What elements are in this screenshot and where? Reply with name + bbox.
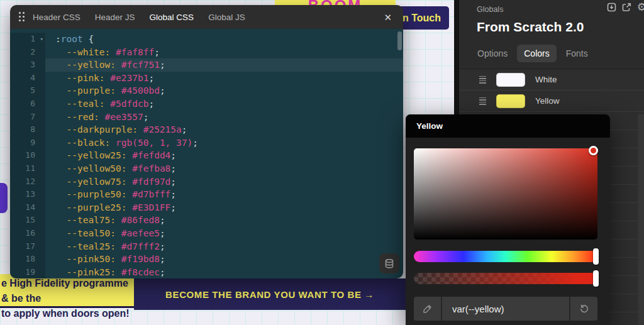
external-link-icon[interactable] [622, 3, 631, 12]
code-line-7[interactable]: 7 --red: #ee3557; [10, 111, 403, 124]
saturation-area[interactable] [414, 148, 597, 240]
code-line-15[interactable]: 15 --teal75: #86fed8; [10, 214, 403, 227]
saturation-handle[interactable] [589, 146, 598, 155]
yellow-card: e High Fidelity programme & be the to ap… [0, 274, 134, 308]
code-line-14[interactable]: 14 --purple25: #E3D1FF; [10, 201, 403, 214]
code-text: --teal50: #aefee5; [45, 227, 403, 240]
editor-scrollbar[interactable] [397, 31, 402, 50]
code-text: --pink25: #f8cdec; [45, 266, 403, 278]
code-text: --teal25: #d7fff2; [45, 240, 403, 253]
app-window: BOOM n Touch e High Fidelity programme &… [0, 0, 644, 325]
fold-caret-icon[interactable]: ▾ [40, 33, 43, 46]
line-number: 7 [10, 111, 45, 124]
color-value-input[interactable] [442, 297, 570, 321]
drag-handle-icon[interactable] [19, 12, 25, 22]
logo-fragment: BOOM [275, 0, 396, 5]
logo-text: BOOM [308, 0, 363, 5]
code-line-11[interactable]: 11 --yellow50: #fefba8; [10, 162, 403, 175]
color-row-white[interactable]: White [459, 69, 644, 91]
alpha-slider[interactable] [414, 273, 597, 284]
line-number: 2 [10, 46, 45, 59]
line-number: 5 [10, 84, 45, 97]
code-text: --teal75: #86fed8; [45, 214, 403, 227]
hue-handle[interactable] [593, 248, 599, 265]
color-picker-popup: Yellow [406, 114, 610, 325]
page-title: From Scratch 2.0 [477, 19, 644, 35]
line-number: 8 [10, 123, 45, 136]
row-drag-handle-icon[interactable] [479, 76, 486, 84]
color-input-row [414, 297, 597, 321]
code-line-18[interactable]: 18 --pink50: #f19bd8; [10, 253, 403, 266]
database-button[interactable] [379, 253, 399, 273]
code-text: --purple: #4500bd; [45, 84, 403, 97]
code-line-5[interactable]: 5 --purple: #4500bd; [10, 84, 403, 97]
code-text: --white: #faf8ff; [45, 46, 403, 59]
tab-fonts[interactable]: Fonts [559, 45, 595, 62]
editor-tab-header-css[interactable]: Header CSS [33, 13, 80, 22]
line-number: 6 [10, 97, 45, 111]
code-line-9[interactable]: 9 --black: rgb(50, 1, 37); [10, 136, 403, 150]
alpha-handle[interactable] [593, 270, 599, 287]
code-text: --purple25: #E3D1FF; [45, 201, 403, 214]
code-line-12[interactable]: 12 --yellow75: #fdf97d; [10, 175, 403, 189]
code-text: --yellow25: #fefdd4; [45, 149, 403, 162]
color-name: Yellow [535, 96, 560, 106]
tab-options[interactable]: Options [470, 45, 514, 62]
code-line-3[interactable]: 3 --yellow: #fcf751; [10, 58, 403, 72]
code-text: --darkpurple: #25215a; [45, 123, 403, 136]
code-text: --pink: #e237b1; [45, 72, 403, 85]
database-icon [385, 259, 394, 268]
eyedropper-button[interactable] [414, 297, 442, 321]
line-number: 17 [10, 240, 45, 253]
code-line-1[interactable]: 1▾:root { [10, 33, 403, 46]
line-number: 14 [10, 201, 45, 214]
line-number: 12 [10, 175, 45, 189]
code-editor-header: Header CSSHeader JSGlobal CSSGlobal JS ✕ [10, 5, 403, 29]
line-number: 18 [10, 253, 45, 266]
gear-icon[interactable]: ⚙ [637, 2, 644, 13]
code-area[interactable]: 1▾:root {2 --white: #faf8ff;3 --yellow: … [10, 29, 403, 278]
tab-colors[interactable]: Colors [517, 45, 556, 62]
code-line-16[interactable]: 16 --teal50: #aefee5; [10, 227, 403, 240]
code-line-2[interactable]: 2 --white: #faf8ff; [10, 46, 403, 59]
hue-slider[interactable] [414, 251, 597, 262]
code-line-19[interactable]: 19 --pink25: #f8cdec; [10, 266, 403, 278]
close-icon[interactable]: ✕ [381, 10, 394, 25]
code-text: --teal: #5dfdcb; [45, 97, 403, 111]
editor-tabs: Header CSSHeader JSGlobal CSSGlobal JS [33, 13, 245, 22]
panel-toolbar: ⚙ [607, 2, 640, 13]
code-line-6[interactable]: 6 --teal: #5dfdcb; [10, 97, 403, 111]
reset-icon [579, 304, 589, 314]
row-drag-handle-icon[interactable] [479, 97, 486, 105]
line-number: 13 [10, 188, 45, 201]
yellow-card-line-1: e High Fidelity programme & be the [1, 276, 134, 306]
color-row-yellow[interactable]: Yellow [459, 91, 644, 112]
code-text: --purple50: #d7bfff; [45, 188, 403, 201]
color-swatch[interactable] [496, 94, 525, 108]
code-line-10[interactable]: 10 --yellow25: #fefdd4; [10, 149, 403, 162]
eyedropper-icon [423, 304, 433, 314]
code-text: --yellow50: #fefba8; [45, 162, 403, 175]
reset-button[interactable] [570, 297, 597, 321]
editor-tab-global-js[interactable]: Global JS [208, 13, 245, 22]
code-line-4[interactable]: 4 --pink: #e237b1; [10, 72, 403, 85]
line-number: 11 [10, 162, 45, 175]
color-swatch[interactable] [496, 73, 525, 87]
save-icon[interactable] [607, 3, 616, 12]
code-line-13[interactable]: 13 --purple50: #d7bfff; [10, 188, 403, 201]
panel-scrollbar[interactable] [638, 114, 644, 325]
line-number: 3 [10, 58, 45, 72]
code-line-17[interactable]: 17 --teal25: #d7fff2; [10, 240, 403, 253]
code-text: --yellow: #fcf751; [45, 58, 403, 72]
brand-banner: BECOME THE BRAND YOU WANT TO BE → [134, 278, 406, 310]
editor-tab-header-js[interactable]: Header JS [95, 13, 135, 22]
code-text: --yellow75: #fdf97d; [45, 175, 403, 189]
color-name: White [535, 75, 557, 84]
purple-shape-fragment [0, 183, 8, 213]
editor-tab-global-css[interactable]: Global CSS [150, 13, 194, 22]
line-number: 4 [10, 72, 45, 85]
line-number: 1▾ [10, 33, 45, 46]
code-line-8[interactable]: 8 --darkpurple: #25215a; [10, 123, 403, 136]
line-number: 10 [10, 149, 45, 162]
code-text: --black: rgb(50, 1, 37); [45, 136, 403, 150]
